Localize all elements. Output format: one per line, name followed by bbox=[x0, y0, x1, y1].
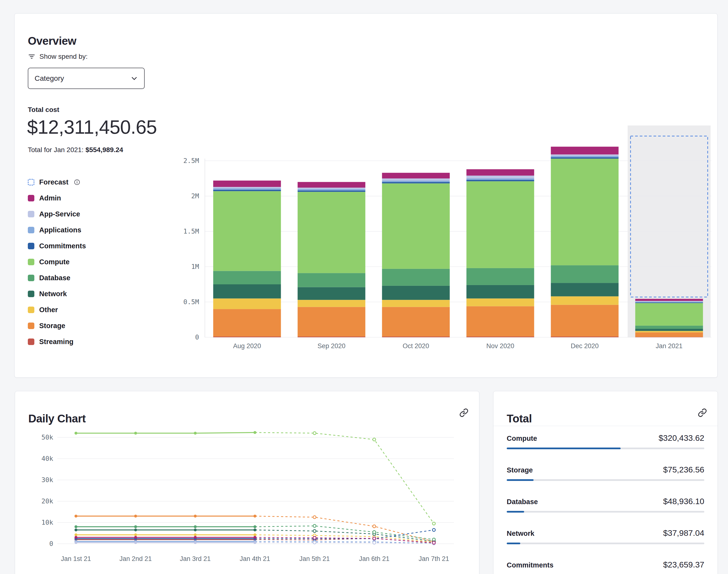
data-point-forecast[interactable] bbox=[373, 537, 376, 540]
bar-segment-compute[interactable] bbox=[551, 159, 619, 265]
data-point-forecast[interactable] bbox=[373, 535, 376, 538]
data-point[interactable] bbox=[194, 540, 197, 543]
data-point[interactable] bbox=[253, 540, 256, 543]
bar-segment-commitments[interactable] bbox=[467, 180, 534, 181]
data-point[interactable] bbox=[194, 432, 197, 435]
data-point[interactable] bbox=[134, 432, 137, 435]
bar-segment-storage[interactable] bbox=[635, 332, 703, 337]
data-point-forecast[interactable] bbox=[313, 432, 316, 435]
data-point[interactable] bbox=[253, 536, 256, 539]
line-forecast-network[interactable] bbox=[255, 530, 434, 541]
data-point[interactable] bbox=[134, 536, 137, 539]
data-point[interactable] bbox=[194, 538, 197, 541]
bar-segment-compute[interactable] bbox=[213, 191, 281, 271]
data-point-forecast[interactable] bbox=[373, 540, 376, 543]
bar-segment-storage[interactable] bbox=[213, 309, 281, 336]
data-point-forecast[interactable] bbox=[373, 525, 376, 528]
bar-segment-other[interactable] bbox=[635, 331, 703, 332]
data-point[interactable] bbox=[134, 537, 137, 540]
bar-segment-app-service[interactable] bbox=[467, 175, 534, 178]
line-actual-compute[interactable] bbox=[76, 433, 255, 433]
bar-segment-compute[interactable] bbox=[298, 192, 365, 273]
bar-segment-storage[interactable] bbox=[551, 305, 619, 336]
bar-segment-app-service[interactable] bbox=[551, 155, 619, 156]
data-point-forecast[interactable] bbox=[433, 538, 435, 541]
bar-segment-admin[interactable] bbox=[467, 169, 534, 175]
bar-segment-compute[interactable] bbox=[467, 181, 534, 268]
bar-segment-database[interactable] bbox=[635, 326, 703, 329]
data-point-forecast[interactable] bbox=[433, 522, 435, 525]
data-point[interactable] bbox=[194, 536, 197, 539]
line-forecast-commitments[interactable] bbox=[255, 530, 434, 539]
bar-segment-other[interactable] bbox=[298, 300, 365, 307]
bar-segment-database[interactable] bbox=[298, 273, 365, 287]
data-point-forecast[interactable] bbox=[433, 542, 435, 545]
bar-segment-database[interactable] bbox=[213, 271, 281, 284]
data-point-forecast[interactable] bbox=[313, 534, 316, 537]
data-point-forecast[interactable] bbox=[433, 542, 435, 544]
data-point[interactable] bbox=[253, 533, 256, 536]
data-point-forecast[interactable] bbox=[373, 531, 376, 534]
bar-segment-compute[interactable] bbox=[382, 183, 450, 269]
bar-segment-network[interactable] bbox=[213, 284, 281, 298]
data-point[interactable] bbox=[75, 536, 77, 539]
bar-segment-streaming[interactable] bbox=[213, 336, 281, 337]
bar-segment-app-service[interactable] bbox=[635, 301, 703, 302]
data-point-forecast[interactable] bbox=[433, 540, 435, 543]
bar-segment-network[interactable] bbox=[298, 287, 365, 300]
bar-segment-streaming[interactable] bbox=[551, 336, 619, 337]
data-point-forecast[interactable] bbox=[433, 541, 435, 544]
bar-segment-other[interactable] bbox=[213, 298, 281, 309]
data-point[interactable] bbox=[75, 538, 77, 541]
bar-segment-app-service[interactable] bbox=[213, 187, 281, 188]
data-point-forecast[interactable] bbox=[373, 537, 376, 540]
data-point[interactable] bbox=[194, 533, 197, 536]
bar-segment-admin[interactable] bbox=[298, 182, 365, 188]
bar-segment-commitments[interactable] bbox=[635, 302, 703, 303]
bar-segment-applications[interactable] bbox=[551, 156, 619, 157]
data-point-forecast[interactable] bbox=[313, 538, 316, 541]
bar-segment-streaming[interactable] bbox=[635, 337, 703, 337]
data-point-forecast[interactable] bbox=[433, 540, 435, 542]
data-point[interactable] bbox=[253, 525, 256, 528]
monthly-stacked-chart[interactable]: 00.5M1M1.5M2M2.5MAug 2020Sep 2020Oct 202… bbox=[14, 13, 717, 367]
bar-segment-commitments[interactable] bbox=[213, 190, 281, 191]
bar-segment-admin[interactable] bbox=[213, 180, 281, 187]
bar-segment-other[interactable] bbox=[551, 296, 619, 305]
bar-segment-app-service[interactable] bbox=[382, 178, 450, 180]
data-point[interactable] bbox=[134, 541, 137, 544]
data-point[interactable] bbox=[75, 515, 77, 518]
data-point-forecast[interactable] bbox=[433, 541, 435, 543]
data-point-forecast[interactable] bbox=[373, 537, 376, 540]
bar-segment-app-service[interactable] bbox=[298, 188, 365, 189]
data-point[interactable] bbox=[134, 540, 137, 543]
data-point-forecast[interactable] bbox=[433, 529, 435, 531]
data-point[interactable] bbox=[75, 541, 77, 544]
line-forecast-app-service[interactable] bbox=[255, 542, 434, 543]
data-point[interactable] bbox=[194, 525, 197, 528]
line-forecast-applications[interactable] bbox=[255, 541, 434, 543]
data-point[interactable] bbox=[194, 529, 197, 531]
bar-segment-applications[interactable] bbox=[635, 302, 703, 302]
data-point[interactable] bbox=[194, 541, 197, 544]
data-point[interactable] bbox=[75, 525, 77, 528]
data-point[interactable] bbox=[134, 533, 137, 536]
data-point[interactable] bbox=[75, 533, 77, 536]
data-point-forecast[interactable] bbox=[313, 536, 316, 539]
data-point[interactable] bbox=[134, 529, 137, 531]
data-point-forecast[interactable] bbox=[313, 516, 316, 519]
line-forecast-other[interactable] bbox=[255, 535, 434, 542]
data-point[interactable] bbox=[75, 537, 77, 540]
bar-segment-other[interactable] bbox=[467, 298, 534, 306]
data-point-forecast[interactable] bbox=[313, 541, 316, 544]
bar-segment-applications[interactable] bbox=[213, 188, 281, 190]
line-forecast-database[interactable] bbox=[255, 526, 434, 539]
data-point[interactable] bbox=[75, 540, 77, 543]
bar-segment-applications[interactable] bbox=[467, 178, 534, 180]
data-point[interactable] bbox=[194, 515, 197, 518]
bar-segment-commitments[interactable] bbox=[551, 157, 619, 159]
data-point-forecast[interactable] bbox=[313, 525, 316, 527]
bar-segment-database[interactable] bbox=[382, 269, 450, 286]
data-point[interactable] bbox=[75, 432, 77, 435]
data-point[interactable] bbox=[134, 525, 137, 528]
